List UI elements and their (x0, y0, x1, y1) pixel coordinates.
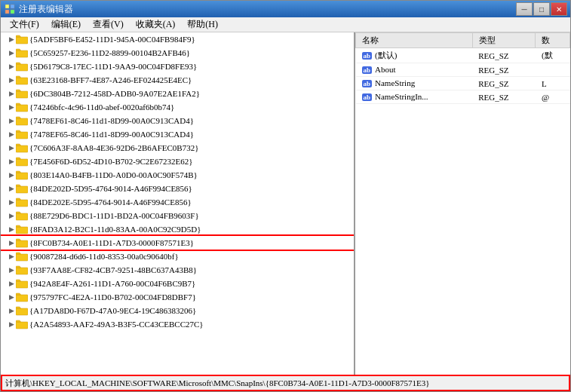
tree-item[interactable]: ▶ {5D6179C8-17EC-11D1-9AA9-00C04FD8FE93} (1, 60, 354, 73)
svg-rect-10 (16, 118, 28, 125)
value-name: ab(默认) (356, 48, 473, 63)
tree-item[interactable]: ▶ {7478EF61-8C46-11d1-8D99-00A0C913CAD4} (1, 114, 354, 127)
tree-item-label: {5D6179C8-17EC-11D1-9AA9-00C04FD8FE93} (29, 62, 197, 71)
tree-arrow-icon: ▶ (7, 87, 16, 100)
tree-item[interactable]: ▶ {A2A54893-AAF2-49A3-B3F5-CC43CEBCC27C} (1, 317, 354, 331)
value-data: L (536, 77, 570, 90)
main-content: ▶ {5ADF5BF6-E452-11D1-945A-00C04FB984F9}… (1, 32, 570, 375)
tree-item[interactable]: ▶ {8FAD3A12-B2C1-11d0-83AA-00A0C92C9D5D} (1, 222, 354, 236)
tree-item[interactable]: ▶ {A17DA8D0-F67D-47A0-9EC4-19C486383206} (1, 304, 354, 317)
tree-item-label: {5ADF5BF6-E452-11D1-945A-00C04FB984F9} (29, 35, 195, 44)
svg-rect-18 (16, 227, 28, 234)
tree-item-label: {7478EF61-8C46-11d1-8D99-00A0C913CAD4} (29, 116, 194, 125)
tree-item-label: {7478EF65-8C46-11d1-8D99-00A0C913CAD4} (29, 130, 194, 139)
tree-arrow-icon: ▶ (7, 277, 16, 290)
svg-rect-9 (16, 105, 28, 112)
app-icon (4, 3, 16, 15)
tree-item[interactable]: ▶ {63E23168-BFF7-4E87-A246-EF024425E4EC} (1, 73, 354, 87)
reg-type-icon: ab (362, 80, 373, 87)
col-data[interactable]: 数 (536, 33, 570, 48)
tree-item[interactable]: ▶ {90087284-d6d6-11d0-8353-00a0c90640bf} (1, 250, 354, 263)
tree-item[interactable]: ▶ {942A8E4F-A261-11D1-A760-00C04F6BC9B7} (1, 277, 354, 290)
table-row[interactable]: abNameStringIn...REG_SZ@ (356, 90, 570, 104)
folder-icon (16, 102, 28, 112)
tree-item-label: {93F7AA8E-CF82-4CB7-9251-48BC637A43B8} (29, 265, 197, 274)
svg-rect-19 (16, 240, 28, 247)
menu-file[interactable]: 文件(F) (4, 17, 45, 32)
menu-edit[interactable]: 编辑(E) (45, 17, 87, 32)
tree-arrow-icon: ▶ (7, 236, 16, 250)
folder-icon (16, 305, 28, 316)
value-name: abNameString (356, 77, 473, 90)
table-row[interactable]: abAboutREG_SZ (356, 63, 570, 77)
folder-icon (16, 129, 28, 139)
folder-icon (16, 34, 28, 44)
table-row[interactable]: abNameStringREG_SZL (356, 77, 570, 90)
menu-favorites[interactable]: 收藏夹(A) (130, 17, 182, 32)
svg-rect-24 (16, 308, 28, 315)
tree-item[interactable]: ▶ {5ADF5BF6-E452-11D1-945A-00C04FB984F9} (1, 32, 354, 46)
tree-item[interactable]: ▶ {84DE202E-5D95-4764-9014-A46F994CE856} (1, 195, 354, 209)
tree-item-label: {8FAD3A12-B2C1-11d0-83AA-00A0C92C9D5D} (29, 225, 201, 234)
svg-rect-13 (16, 159, 28, 166)
tree-item[interactable]: ▶ {84DE202D-5D95-4764-9014-A46F994CE856} (1, 182, 354, 195)
tree-item[interactable]: ▶ {8FC0B734-A0E1-11D1-A7D3-0000F87571E3} (1, 236, 354, 250)
tree-item[interactable]: ▶ {7C606A3F-8AA8-4E36-92D6-2B6AFEC0B732} (1, 141, 354, 155)
svg-rect-15 (16, 186, 28, 193)
tree-item[interactable]: ▶ {93F7AA8E-CF82-4CB7-9251-48BC637A43B8} (1, 263, 354, 277)
reg-type-icon: ab (362, 93, 373, 101)
col-type[interactable]: 类型 (472, 33, 536, 48)
tree-arrow-icon: ▶ (7, 304, 16, 317)
tree-item-label: {84DE202D-5D95-4764-9014-A46F994CE856} (29, 184, 192, 193)
value-type: REG_SZ (472, 77, 536, 90)
tree-arrow-icon: ▶ (7, 46, 16, 60)
tree-arrow-icon: ▶ (7, 73, 16, 87)
left-pane-wrapper: ▶ {5ADF5BF6-E452-11D1-945A-00C04FB984F9}… (1, 32, 355, 375)
folder-icon (16, 170, 28, 180)
tree-item[interactable]: ▶ {803E14A0-B4FB-11D0-A0D0-00A0C90F574B} (1, 168, 354, 182)
svg-rect-17 (16, 213, 28, 220)
tree-item[interactable]: ▶ {6DC3804B-7212-458D-ADB0-9A07E2AE1FA2} (1, 87, 354, 100)
value-type: REG_SZ (472, 63, 536, 77)
tree-item[interactable]: ▶ {975797FC-4E2A-11D0-B702-00C04FD8DBF7} (1, 290, 354, 304)
menu-view[interactable]: 查看(V) (87, 17, 130, 32)
tree-arrow-icon: ▶ (7, 155, 16, 168)
window-title: 注册表编辑器 (19, 3, 516, 16)
col-name[interactable]: 名称 (356, 33, 473, 48)
tree-arrow-icon: ▶ (7, 100, 16, 114)
minimize-button[interactable]: ─ (516, 2, 533, 16)
tree-item-label: {8FC0B734-A0E1-11D1-A7D3-0000F87571E3} (29, 238, 194, 247)
tree-item[interactable]: ▶ {5C659257-E236-11D2-8899-00104B2AFB46} (1, 46, 354, 60)
svg-rect-25 (16, 322, 28, 329)
value-name: abAbout (356, 63, 473, 77)
registry-tree[interactable]: ▶ {5ADF5BF6-E452-11D1-945A-00C04FB984F9}… (1, 32, 354, 375)
tree-item[interactable]: ▶ {7478EF65-8C46-11d1-8D99-00A0C913CAD4} (1, 127, 354, 141)
svg-rect-22 (16, 281, 28, 288)
tree-arrow-icon: ▶ (7, 263, 16, 277)
tree-item-label: {74246bfc-4c96-11d0-abef-0020af6b0b74} (29, 103, 174, 112)
tree-item[interactable]: ▶ {74246bfc-4c96-11d0-abef-0020af6b0b74} (1, 100, 354, 114)
folder-icon (16, 47, 28, 58)
values-table: 名称 类型 数 ab(默认)REG_SZ(默abAboutREG_SZabNam… (355, 32, 570, 104)
tree-arrow-icon: ▶ (7, 127, 16, 141)
tree-item[interactable]: ▶ {88E729D6-BDC1-11D1-BD2A-00C04FB9603F} (1, 209, 354, 222)
close-button[interactable]: ✕ (551, 2, 567, 16)
svg-rect-0 (5, 5, 9, 8)
svg-rect-23 (16, 295, 28, 302)
table-row[interactable]: ab(默认)REG_SZ(默 (356, 48, 570, 63)
svg-rect-14 (16, 173, 28, 179)
folder-icon (16, 61, 28, 72)
folder-icon (16, 265, 28, 275)
folder-icon (16, 88, 28, 99)
value-data: @ (536, 90, 570, 104)
tree-item-label: {63E23168-BFF7-4E87-A246-EF024425E4EC} (29, 75, 192, 84)
folder-icon (16, 292, 28, 302)
tree-item[interactable]: ▶ {7E456F6D-6D52-4D10-B702-9C2E67232E62} (1, 155, 354, 168)
tree-item-label: {5C659257-E236-11D2-8899-00104B2AFB46} (29, 48, 190, 57)
svg-rect-11 (16, 132, 28, 139)
menu-help[interactable]: 帮助(H) (181, 17, 224, 32)
folder-icon (16, 115, 28, 126)
reg-type-icon: ab (362, 66, 373, 74)
maximize-button[interactable]: □ (533, 2, 550, 16)
title-bar: 注册表编辑器 ─ □ ✕ (1, 1, 570, 17)
